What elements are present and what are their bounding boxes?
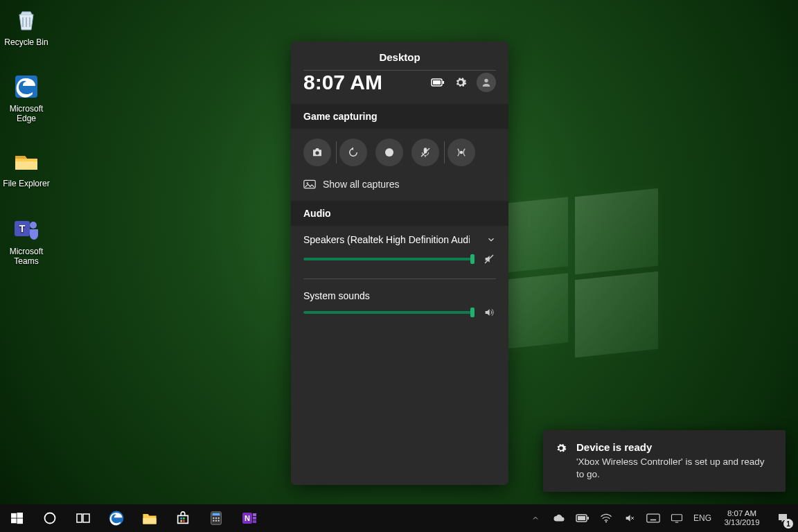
tray-action-center[interactable]: 1 <box>768 504 798 532</box>
cortana-icon <box>44 512 56 524</box>
svg-point-34 <box>218 517 219 519</box>
svg-point-13 <box>460 151 463 154</box>
onenote-icon: N <box>241 510 258 526</box>
desktop-icon-label: Microsoft Edge <box>0 104 53 123</box>
keyboard-icon <box>646 513 660 523</box>
svg-rect-55 <box>672 515 682 521</box>
system-volume-slider[interactable] <box>303 311 474 314</box>
screenshot-button[interactable] <box>303 139 331 166</box>
settings-button[interactable] <box>454 76 467 89</box>
record-button[interactable] <box>375 139 403 166</box>
notification-count-badge: 1 <box>783 519 793 529</box>
file-explorer-icon <box>12 147 41 176</box>
audio-section-header: Audio <box>291 201 508 226</box>
mic-toggle-button[interactable] <box>411 139 439 166</box>
screen-icon <box>671 513 683 523</box>
file-explorer-icon <box>141 511 158 526</box>
svg-rect-7 <box>443 81 444 84</box>
tray-onedrive[interactable] <box>547 504 571 532</box>
tray-project[interactable] <box>665 504 689 532</box>
cortana-button[interactable] <box>33 504 66 532</box>
svg-point-37 <box>218 520 219 521</box>
desktop-icon-label: Recycle Bin <box>0 37 53 47</box>
desktop-icon-teams[interactable]: T Microsoft Teams <box>0 215 53 266</box>
svg-rect-17 <box>11 513 17 517</box>
tray-wifi[interactable] <box>594 504 618 532</box>
system-sounds-label: System sounds <box>303 290 496 301</box>
svg-rect-29 <box>183 520 185 522</box>
svg-point-46 <box>605 521 607 522</box>
wifi-icon <box>600 513 612 523</box>
windows-icon <box>11 513 23 524</box>
tray-clock[interactable]: 8:07 AM 3/13/2019 <box>716 509 768 527</box>
capture-section-header: Game capturing <box>291 104 508 129</box>
person-icon <box>481 77 492 88</box>
system-mute-button[interactable] <box>484 307 496 318</box>
svg-rect-45 <box>587 517 589 520</box>
desktop-icon-file-explorer[interactable]: File Explorer <box>0 147 53 188</box>
svg-rect-27 <box>183 517 185 520</box>
desktop-icon-recycle-bin[interactable]: Recycle Bin <box>0 6 53 47</box>
start-button[interactable] <box>0 504 33 532</box>
tray-date: 3/13/2019 <box>716 518 768 527</box>
show-all-captures-label: Show all captures <box>323 179 400 190</box>
desktop-icon-label: File Explorer <box>0 179 53 188</box>
desktop-icon-edge[interactable]: Microsoft Edge <box>0 72 53 123</box>
svg-rect-22 <box>77 514 82 522</box>
svg-point-36 <box>215 520 217 521</box>
svg-rect-40 <box>253 513 256 516</box>
broadcast-icon <box>455 146 468 159</box>
task-view-button[interactable] <box>66 504 100 532</box>
teams-icon: T <box>12 215 41 244</box>
record-icon <box>384 148 394 157</box>
gamebar-title: Desktop <box>291 42 508 70</box>
speaker-muted-icon <box>484 254 495 265</box>
gamebar-panel: Desktop 8:07 AM Game capturing <box>291 42 508 485</box>
taskbar-app-store[interactable] <box>166 504 200 532</box>
svg-rect-49 <box>647 514 659 522</box>
svg-point-35 <box>213 520 214 521</box>
tray-touch-keyboard[interactable] <box>641 504 665 532</box>
speaker-volume-slider[interactable] <box>303 258 474 260</box>
camera-icon <box>311 146 323 159</box>
svg-rect-1 <box>15 161 37 170</box>
account-button[interactable] <box>477 73 496 92</box>
recycle-bin-icon <box>12 6 41 35</box>
taskbar-app-calculator[interactable] <box>200 504 233 532</box>
svg-point-21 <box>45 513 55 524</box>
desktop-root: Recycle Bin Microsoft Edge File Explorer… <box>0 0 798 532</box>
speaker-on-icon <box>484 307 495 318</box>
taskbar-app-edge[interactable] <box>100 504 133 532</box>
broadcast-button[interactable] <box>447 139 475 166</box>
notification-toast[interactable]: Device is ready 'Xbox Wireless Controlle… <box>543 430 786 492</box>
tray-language[interactable]: ENG <box>689 504 716 532</box>
svg-point-8 <box>484 79 488 82</box>
show-all-captures-button[interactable]: Show all captures <box>291 176 508 201</box>
taskbar-app-onenote[interactable]: N <box>233 504 266 532</box>
desktop-icon-label: Microsoft Teams <box>0 247 53 266</box>
svg-rect-41 <box>253 517 256 520</box>
record-last-button[interactable] <box>339 139 367 166</box>
speaker-muted-icon <box>624 513 635 524</box>
svg-rect-31 <box>213 513 220 516</box>
tray-overflow-button[interactable] <box>524 504 547 532</box>
svg-rect-42 <box>253 520 256 523</box>
svg-point-33 <box>215 517 217 519</box>
svg-rect-19 <box>11 518 17 523</box>
speaker-mute-button[interactable] <box>484 254 496 265</box>
taskbar-app-file-explorer[interactable] <box>133 504 166 532</box>
svg-rect-44 <box>578 516 585 520</box>
edge-icon <box>107 509 125 527</box>
gallery-icon <box>303 179 316 189</box>
task-view-icon <box>76 513 90 524</box>
svg-rect-26 <box>180 517 182 520</box>
svg-point-9 <box>315 151 319 154</box>
chevron-up-icon <box>531 514 540 522</box>
tray-battery[interactable] <box>571 504 594 532</box>
audio-device-dropdown[interactable]: Speakers (Realtek High Definition Audio(… <box>303 234 496 245</box>
tray-volume[interactable] <box>618 504 641 532</box>
chevron-down-icon <box>486 235 496 245</box>
tray-time: 8:07 AM <box>716 509 768 518</box>
svg-point-4 <box>30 222 37 229</box>
calculator-icon <box>209 511 224 526</box>
